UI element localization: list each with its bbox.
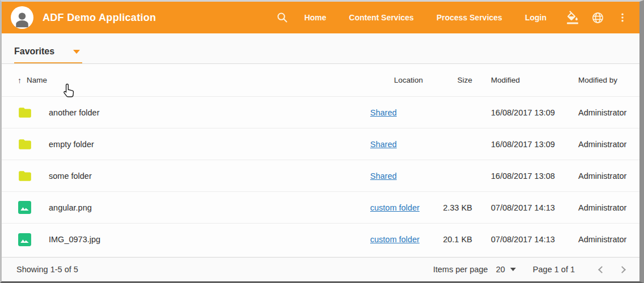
nav-item-content-services[interactable]: Content Services bbox=[349, 13, 414, 22]
folder-icon bbox=[18, 105, 32, 120]
globe-icon bbox=[591, 11, 604, 24]
file-size: 2.33 KB bbox=[423, 203, 472, 212]
modified-date: 07/08/2017 14:13 bbox=[472, 203, 577, 212]
image-file-icon bbox=[18, 233, 32, 247]
file-name: empty folder bbox=[49, 140, 370, 149]
modified-date: 16/08/2017 13:09 bbox=[472, 140, 577, 149]
app-window: ADF Demo Application Home Content Servic… bbox=[0, 0, 644, 283]
sort-ascending-icon: ↑ bbox=[18, 76, 22, 85]
page-status-label: Page 1 of 1 bbox=[533, 265, 575, 274]
modified-by: Administrator bbox=[577, 203, 639, 212]
appbar-icon-group bbox=[566, 11, 629, 24]
table-row[interactable]: IMG_0973.jpg custom folder 20.1 KB 07/08… bbox=[2, 224, 639, 255]
location-link[interactable]: custom folder bbox=[370, 203, 420, 212]
pagination-bar: Showing 1-5 of 5 Items per page 20 Page … bbox=[2, 257, 639, 281]
location-link[interactable]: Shared bbox=[370, 171, 397, 181]
column-header-name-label: Name bbox=[27, 76, 47, 84]
column-header-size[interactable]: Size bbox=[423, 76, 472, 84]
table-header-row: ↑ Name Location Size Modified Modified b… bbox=[2, 64, 639, 97]
showing-range-label: Showing 1-5 of 5 bbox=[16, 265, 78, 274]
app-title: ADF Demo Application bbox=[43, 12, 156, 24]
column-header-modified-by[interactable]: Modified by bbox=[577, 76, 639, 84]
search-icon bbox=[276, 11, 289, 24]
column-header-modified[interactable]: Modified bbox=[472, 76, 577, 84]
more-menu-button[interactable] bbox=[616, 11, 629, 24]
nav-item-home[interactable]: Home bbox=[304, 13, 327, 22]
modified-by: Administrator bbox=[577, 140, 639, 149]
file-name: angular.png bbox=[49, 203, 370, 212]
chevron-left-icon bbox=[598, 266, 605, 273]
items-per-page-value: 20 bbox=[496, 265, 505, 274]
person-icon bbox=[12, 10, 32, 29]
image-file-icon bbox=[18, 200, 32, 215]
file-name: some folder bbox=[49, 171, 370, 181]
chevron-down-icon bbox=[73, 50, 80, 54]
table-row[interactable]: another folder Shared 16/08/2017 13:09 A… bbox=[2, 97, 639, 128]
next-page-button[interactable] bbox=[615, 262, 629, 277]
items-per-page-select[interactable]: 20 bbox=[496, 265, 516, 274]
table-row[interactable]: some folder Shared 16/08/2017 13:08 Admi… bbox=[2, 160, 639, 192]
table-row[interactable]: empty folder Shared 16/08/2017 13:09 Adm… bbox=[2, 128, 639, 160]
main-nav: Home Content Services Process Services L… bbox=[304, 13, 546, 22]
file-name: another folder bbox=[49, 108, 370, 117]
previous-page-button[interactable] bbox=[594, 262, 609, 277]
view-toolbar: Favorites bbox=[2, 33, 639, 64]
folder-icon bbox=[18, 169, 32, 183]
modified-date: 16/08/2017 13:09 bbox=[472, 108, 577, 117]
table-row[interactable]: angular.png custom folder 2.33 KB 07/08/… bbox=[2, 192, 639, 224]
modified-by: Administrator bbox=[577, 171, 639, 181]
column-header-name[interactable]: ↑ Name bbox=[18, 76, 370, 85]
nav-item-login[interactable]: Login bbox=[525, 13, 546, 22]
view-selector-dropdown[interactable]: Favorites bbox=[14, 46, 82, 63]
folder-icon bbox=[18, 137, 32, 152]
language-button[interactable] bbox=[591, 11, 604, 24]
location-link[interactable]: custom folder bbox=[370, 235, 420, 244]
file-name: IMG_0973.jpg bbox=[49, 235, 370, 244]
column-header-location[interactable]: Location bbox=[370, 76, 423, 84]
modified-by: Administrator bbox=[577, 108, 639, 117]
color-fill-icon bbox=[566, 11, 579, 24]
location-link[interactable]: Shared bbox=[370, 108, 397, 117]
modified-date: 16/08/2017 13:08 bbox=[472, 171, 577, 181]
app-header: ADF Demo Application Home Content Servic… bbox=[2, 2, 639, 33]
chevron-right-icon bbox=[618, 266, 626, 273]
chevron-down-icon bbox=[510, 268, 516, 271]
search-button[interactable] bbox=[275, 10, 290, 25]
items-per-page-label: Items per page bbox=[433, 265, 488, 274]
location-link[interactable]: Shared bbox=[370, 140, 397, 149]
user-avatar[interactable] bbox=[11, 6, 33, 29]
more-vert-icon bbox=[617, 12, 628, 23]
view-selector-label: Favorites bbox=[14, 46, 54, 57]
file-size: 20.1 KB bbox=[423, 235, 472, 244]
nav-item-process-services[interactable]: Process Services bbox=[437, 13, 502, 22]
modified-date: 07/08/2017 14:13 bbox=[472, 235, 577, 244]
document-list: ↑ Name Location Size Modified Modified b… bbox=[2, 64, 639, 257]
theme-color-button[interactable] bbox=[566, 11, 579, 24]
modified-by: Administrator bbox=[577, 235, 639, 244]
